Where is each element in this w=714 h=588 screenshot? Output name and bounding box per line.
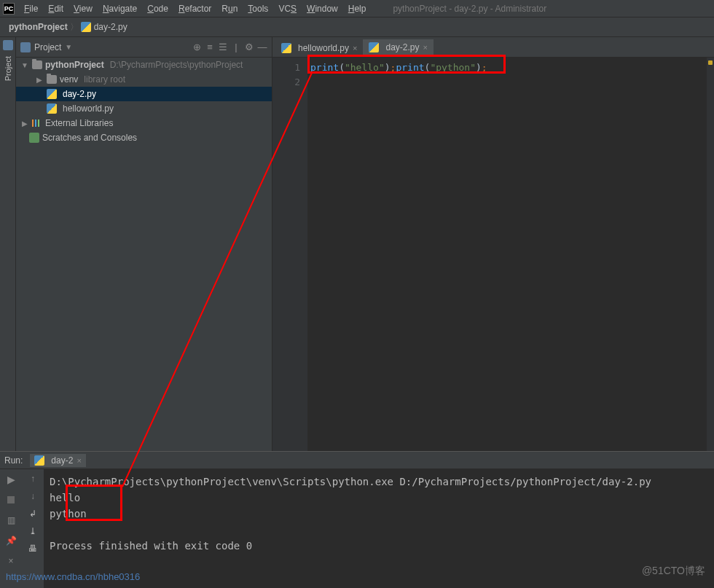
down-arrow-icon[interactable]: ↓ bbox=[31, 491, 35, 501]
python-file-icon bbox=[369, 42, 379, 52]
tree-root-name: pythonProject bbox=[45, 60, 104, 70]
project-tree: ▼ pythonProject D:\PycharmProjects\pytho… bbox=[16, 58, 272, 451]
project-panel-header: Project ▼ ⊕ ≡ ☰ | ⚙ — bbox=[16, 37, 272, 58]
menu-navigate[interactable]: Navigate bbox=[98, 0, 142, 17]
chevron-right-icon: 〉 bbox=[70, 21, 79, 34]
console-output[interactable]: D:\PycharmProjects\pythonProject\venv\Sc… bbox=[44, 469, 714, 588]
menu-view[interactable]: View bbox=[68, 0, 98, 17]
tree-file-label: helloworld.py bbox=[63, 103, 114, 114]
run-toolbar-right: ↑ ↓ ↲ ⤓ 🖶 bbox=[22, 469, 44, 588]
up-arrow-icon[interactable]: ↑ bbox=[31, 474, 35, 484]
line-number: 2 bbox=[272, 75, 307, 90]
python-file-icon bbox=[47, 103, 57, 114]
tree-venv-name: venv bbox=[60, 74, 78, 85]
tree-file-day2[interactable]: day-2.py bbox=[16, 87, 272, 101]
tree-extlib-label: External Libraries bbox=[45, 118, 113, 128]
divider-icon: | bbox=[231, 42, 241, 52]
tree-external-libraries[interactable]: ▶ External Libraries bbox=[16, 116, 272, 130]
libraries-icon bbox=[32, 118, 42, 128]
tree-file-label: day-2.py bbox=[63, 89, 96, 99]
project-panel-title[interactable]: Project bbox=[34, 42, 61, 52]
editor-tabs: helloworld.py × day-2.py × bbox=[272, 37, 714, 58]
watermark-brand: @51CTO博客 bbox=[642, 565, 705, 578]
menu-tools[interactable]: Tools bbox=[243, 0, 273, 17]
window-title: pythonProject - day-2.py - Administrator bbox=[393, 4, 546, 14]
close-icon[interactable]: × bbox=[5, 555, 17, 567]
watermark-url: https://www.cndba.cn/hbhe0316 bbox=[6, 571, 140, 582]
folder-icon bbox=[47, 75, 57, 84]
code-line-1: print("hello");print("python"); bbox=[307, 60, 714, 75]
menu-edit[interactable]: Edit bbox=[43, 0, 68, 17]
editor-tab-day2[interactable]: day-2.py × bbox=[363, 39, 433, 57]
print-icon[interactable]: 🖶 bbox=[28, 544, 37, 554]
project-panel: Project ▼ ⊕ ≡ ☰ | ⚙ — ▼ pythonProject D:… bbox=[16, 37, 272, 451]
stop-button[interactable] bbox=[5, 494, 17, 506]
tree-scratches-label: Scratches and Consoles bbox=[42, 133, 137, 143]
tree-venv-hint: library root bbox=[84, 74, 125, 85]
menu-vcs[interactable]: VCS bbox=[273, 0, 302, 17]
tree-file-helloworld[interactable]: helloworld.py bbox=[16, 101, 272, 116]
app-icon: PC bbox=[3, 3, 15, 15]
warning-marker-icon[interactable] bbox=[708, 60, 713, 65]
menu-refactor[interactable]: Refactor bbox=[173, 0, 216, 17]
settings-icon[interactable]: ⚙ bbox=[244, 42, 254, 52]
python-file-icon bbox=[34, 455, 44, 466]
editor-area: helloworld.py × day-2.py × 1 2 print("he… bbox=[272, 37, 714, 451]
run-tab-label: day-2 bbox=[51, 455, 73, 466]
close-icon[interactable]: × bbox=[353, 44, 357, 52]
editor-body[interactable]: 1 2 print("hello");print("python"); bbox=[272, 58, 714, 451]
hide-icon[interactable]: — bbox=[257, 42, 267, 52]
editor-tab-helloworld[interactable]: helloworld.py × bbox=[275, 39, 363, 57]
tree-root-path: D:\PycharmProjects\pythonProject bbox=[110, 60, 243, 70]
python-file-icon bbox=[81, 22, 91, 32]
close-icon[interactable]: × bbox=[423, 43, 428, 52]
tree-scratches[interactable]: Scratches and Consoles bbox=[16, 130, 272, 145]
menu-file[interactable]: File bbox=[19, 0, 43, 17]
code-area[interactable]: print("hello");print("python"); bbox=[307, 58, 714, 451]
folder-icon bbox=[32, 60, 42, 69]
scroll-to-end-icon[interactable]: ⤓ bbox=[29, 526, 36, 536]
marker-bar bbox=[707, 58, 714, 451]
console-exit: Process finished with exit code 0 bbox=[50, 538, 708, 554]
gutter: 1 2 bbox=[272, 58, 307, 451]
project-tool-tab[interactable]: Project bbox=[0, 37, 16, 451]
run-panel-header: Run: day-2 × bbox=[0, 452, 714, 469]
collapse-all-icon[interactable]: ☰ bbox=[218, 42, 228, 52]
menu-help[interactable]: Help bbox=[343, 0, 372, 17]
editor-tab-label: day-2.py bbox=[385, 42, 419, 52]
console-command: D:\PycharmProjects\pythonProject\venv\Sc… bbox=[50, 474, 708, 490]
expand-all-icon[interactable]: ≡ bbox=[205, 42, 215, 52]
menubar: PC File Edit View Navigate Code Refactor… bbox=[0, 0, 714, 17]
python-file-icon bbox=[47, 89, 57, 99]
run-tab[interactable]: day-2 × bbox=[30, 454, 85, 467]
run-label: Run: bbox=[4, 455, 23, 466]
editor-tab-label: helloworld.py bbox=[298, 43, 349, 53]
breadcrumb-file[interactable]: day-2.py bbox=[94, 22, 128, 32]
expand-arrow-icon[interactable]: ▶ bbox=[20, 119, 29, 128]
expand-arrow-icon[interactable]: ▶ bbox=[35, 76, 44, 84]
line-number: 1 bbox=[272, 60, 307, 75]
project-tool-label: Project bbox=[4, 56, 12, 81]
run-button[interactable]: ▶ bbox=[5, 474, 17, 485]
dropdown-icon[interactable]: ▼ bbox=[65, 43, 72, 51]
console-line: python bbox=[50, 506, 708, 522]
expand-arrow-icon[interactable]: ▼ bbox=[20, 61, 29, 69]
pin-icon[interactable]: 📌 bbox=[5, 535, 17, 546]
tree-venv[interactable]: ▶ venv library root bbox=[16, 72, 272, 87]
close-icon[interactable]: × bbox=[76, 456, 81, 465]
project-tool-icon bbox=[3, 40, 13, 50]
locate-icon[interactable]: ⊕ bbox=[192, 42, 202, 52]
navigation-bar: pythonProject 〉 day-2.py bbox=[0, 17, 714, 37]
menu-code[interactable]: Code bbox=[142, 0, 173, 17]
python-file-icon bbox=[281, 43, 291, 53]
console-line: hello bbox=[50, 490, 708, 506]
run-toolbar-left: ▶ ▥ 📌 × bbox=[0, 469, 22, 588]
breadcrumb-root[interactable]: pythonProject bbox=[9, 22, 68, 32]
soft-wrap-icon[interactable]: ↲ bbox=[29, 509, 36, 519]
tree-root[interactable]: ▼ pythonProject D:\PycharmProjects\pytho… bbox=[16, 58, 272, 72]
layout-icon[interactable]: ▥ bbox=[5, 514, 17, 526]
menu-window[interactable]: Window bbox=[302, 0, 343, 17]
menu-run[interactable]: Run bbox=[216, 0, 243, 17]
scratches-icon bbox=[29, 133, 39, 143]
run-panel: Run: day-2 × ▶ ▥ 📌 × ↑ ↓ ↲ ⤓ 🖶 D:\Pychar… bbox=[0, 451, 714, 588]
